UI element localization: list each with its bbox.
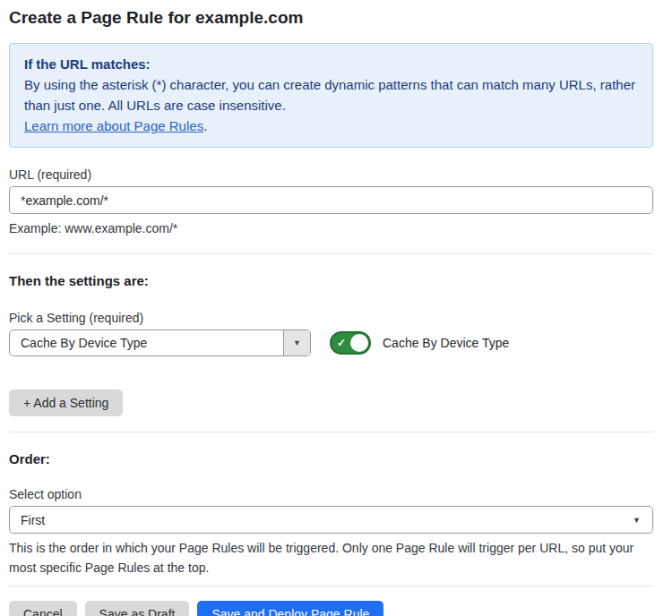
info-box-body: By using the asterisk (*) character, you…: [24, 74, 638, 116]
cancel-button[interactable]: Cancel: [9, 601, 77, 616]
settings-section-heading: Then the settings are:: [9, 272, 653, 289]
section-divider: [9, 432, 653, 432]
footer-divider: [9, 586, 653, 586]
save-deploy-button[interactable]: Save and Deploy Page Rule: [197, 601, 383, 616]
page-title: Create a Page Rule for example.com: [9, 7, 653, 29]
setting-picker-select[interactable]: Cache By Device Type ▼: [9, 329, 311, 356]
info-box-link-line: Learn more about Page Rules.: [24, 116, 638, 136]
setting-picker-row: Cache By Device Type ▼ ✓ Cache By Device…: [9, 329, 653, 356]
page-rule-form: Create a Page Rule for example.com If th…: [0, 0, 672, 616]
info-box-heading: If the URL matches:: [24, 54, 638, 74]
url-input[interactable]: [9, 186, 653, 214]
chevron-down-icon: ▼: [293, 338, 301, 347]
toggle-label: Cache By Device Type: [383, 336, 509, 350]
chevron-down-icon: ▼: [633, 516, 641, 525]
footer-actions: Cancel Save as Draft Save and Deploy Pag…: [9, 601, 653, 616]
url-label: URL (required): [9, 167, 653, 183]
order-section-heading: Order:: [9, 450, 653, 467]
check-icon: ✓: [337, 338, 346, 348]
setting-picker-arrow-button[interactable]: ▼: [283, 330, 310, 355]
order-helper-text: This is the order in which your Page Rul…: [9, 538, 653, 578]
add-setting-button[interactable]: + Add a Setting: [9, 389, 123, 416]
setting-picker-value: Cache By Device Type: [10, 330, 283, 355]
cache-device-toggle[interactable]: ✓: [330, 331, 371, 355]
learn-more-link[interactable]: Learn more about Page Rules: [24, 118, 203, 133]
url-match-info-box: If the URL matches: By using the asteris…: [9, 43, 653, 148]
section-divider: [9, 253, 653, 254]
order-select-value: First: [21, 513, 45, 527]
setting-picker-label: Pick a Setting (required): [9, 311, 653, 326]
url-helper-text: Example: www.example.com/*: [9, 218, 653, 238]
order-select-label: Select option: [9, 487, 653, 502]
order-select[interactable]: First ▼: [9, 506, 653, 534]
save-draft-button[interactable]: Save as Draft: [85, 601, 190, 616]
toggle-knob: [350, 334, 368, 352]
link-suffix: .: [203, 118, 207, 133]
